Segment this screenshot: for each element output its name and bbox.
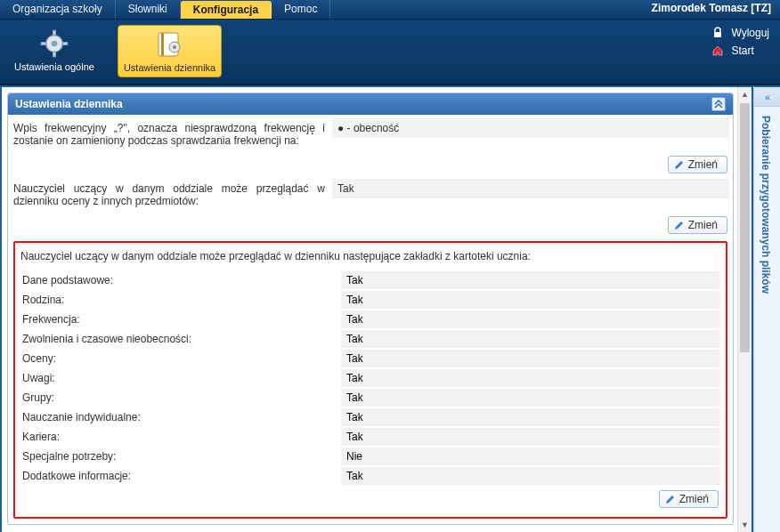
content-area: Ustawienia dziennika Wpis frekwencyjny „… (0, 85, 753, 532)
setting-value: Tak (341, 408, 720, 426)
pencil-icon (665, 494, 676, 504)
chevron-up-double-icon (714, 100, 723, 109)
setting-row-frekwencja: Frekwencja:Tak (20, 310, 720, 328)
setting-label: Nauczyciel uczący w danym oddziale może … (12, 179, 332, 211)
setting-label: Wpis frekwencyjny „?", oznacza niesprawd… (12, 118, 332, 150)
setting-value: Tak (341, 330, 720, 348)
svg-rect-2 (53, 30, 56, 35)
tab-slowniki[interactable]: Słowniki (116, 0, 181, 19)
user-name-label: Zimorodek Tomasz [TZ] (652, 2, 771, 14)
setting-value: ● - obecność (332, 118, 729, 138)
setting-value: Tak (341, 467, 720, 485)
logout-link[interactable]: Wyloguj (711, 27, 769, 39)
ribbon-btn-label: Ustawienia ogólne (14, 61, 94, 72)
setting-value: Tak (332, 179, 729, 198)
scroll-up-arrow[interactable]: ▲ (738, 87, 752, 101)
section-kartoteka-ucznia: Nauczyciel uczący w danym oddziale może … (13, 241, 727, 519)
change-button[interactable]: Zmień (668, 156, 727, 173)
setting-row-grupy: Grupy:Tak (20, 389, 720, 407)
setting-row-uwagi: Uwagi:Tak (20, 369, 720, 387)
home-icon (711, 44, 724, 57)
svg-rect-3 (53, 52, 56, 56)
setting-row-specjalne-potrzeby: Specjalne potrzeby:Nie (20, 447, 720, 465)
setting-label: Kariera: (20, 429, 341, 445)
content-scroll[interactable]: Ustawienia dziennika Wpis frekwencyjny „… (5, 91, 735, 532)
ribbon: Ustawienia ogólne Ustawienia dziennika W… (0, 20, 780, 85)
logout-label: Wyloguj (731, 27, 769, 39)
setting-row-frekwencja-wpis: Wpis frekwencyjny „?", oznacza niesprawd… (12, 118, 729, 150)
ribbon-btn-ustawienia-ogolne[interactable]: Ustawienia ogólne (9, 25, 100, 76)
setting-row-dodatkowe-informacje: Dodatkowe informacje:Tak (20, 467, 720, 485)
top-menu: Organizacja szkoły Słowniki Konfiguracja… (0, 0, 330, 19)
setting-value: Tak (341, 369, 720, 387)
sidebar-toggle[interactable]: « (754, 87, 780, 107)
change-button[interactable]: Zmień (659, 490, 719, 508)
tab-pomoc[interactable]: Pomoc (272, 0, 330, 19)
tab-konfiguracja[interactable]: Konfiguracja (181, 1, 272, 19)
setting-label: Nauczanie indywidualne: (20, 409, 341, 425)
button-row: Zmień (20, 487, 720, 513)
svg-point-9 (173, 45, 176, 49)
pencil-icon (674, 220, 685, 230)
button-row: Zmień (12, 152, 729, 179)
setting-label: Zwolnienia i czasowe nieobecności: (20, 331, 341, 347)
setting-row-nauczanie-indywidualne: Nauczanie indywidualne:Tak (20, 408, 720, 426)
scroll-down-arrow[interactable]: ▼ (738, 518, 752, 532)
collapse-button[interactable] (711, 97, 726, 111)
setting-label: Dodatkowe informacje: (20, 468, 341, 484)
change-button-label: Zmień (688, 158, 718, 171)
setting-value: Tak (341, 310, 720, 328)
button-row: Zmień (12, 213, 729, 239)
change-button[interactable]: Zmień (668, 216, 727, 234)
start-label: Start (731, 44, 753, 57)
setting-row-dane-podstawowe: Dane podstawowe:Tak (20, 271, 720, 289)
ribbon-links: Wyloguj Start (711, 27, 769, 57)
setting-value: Tak (341, 350, 720, 367)
setting-row-rodzina: Rodzina:Tak (20, 291, 720, 309)
setting-value: Tak (341, 271, 720, 289)
setting-label: Dane podstawowe: (20, 272, 341, 288)
setting-value: Nie (341, 447, 720, 465)
panel-body: Wpis frekwencyjny „?", oznacza niesprawd… (8, 115, 733, 524)
setting-value: Tak (341, 291, 720, 309)
tab-organizacja-szkoly[interactable]: Organizacja szkoły (0, 0, 116, 19)
lock-icon (711, 27, 724, 39)
pencil-icon (674, 159, 685, 170)
sidebar-right: « Pobieranie przygotowanych plików (753, 85, 780, 532)
ribbon-btn-label: Ustawienia dziennika (124, 62, 215, 73)
book-gear-icon (155, 29, 185, 60)
section-title: Nauczyciel uczący w danym oddziale może … (20, 250, 720, 262)
setting-label: Frekwencja: (20, 311, 341, 327)
setting-row-oceny: Oceny:Tak (20, 350, 720, 367)
setting-label: Grupy: (20, 390, 341, 406)
vertical-scrollbar[interactable]: ▲ ▼ (737, 87, 752, 532)
panel-ustawienia-dziennika: Ustawienia dziennika Wpis frekwencyjny „… (7, 93, 734, 525)
panel-header: Ustawienia dziennika (8, 93, 733, 115)
setting-row-kariera: Kariera:Tak (20, 428, 720, 446)
start-link[interactable]: Start (711, 44, 769, 57)
setting-label: Uwagi: (20, 370, 341, 386)
setting-row-oceny-inne: Nauczyciel uczący w danym oddziale może … (12, 179, 729, 211)
svg-rect-10 (714, 32, 721, 37)
scroll-thumb[interactable] (740, 103, 750, 352)
svg-rect-5 (62, 43, 67, 45)
change-button-label: Zmień (679, 493, 709, 505)
svg-point-1 (52, 41, 58, 47)
setting-value: Tak (341, 428, 720, 446)
setting-label: Specjalne potrzeby: (20, 448, 341, 464)
setting-label: Oceny: (20, 351, 341, 367)
gear-icon (39, 28, 69, 59)
sidebar-label[interactable]: Pobieranie przygotowanych plików (754, 107, 777, 302)
panel-title: Ustawienia dziennika (15, 98, 123, 110)
svg-rect-4 (41, 43, 45, 45)
change-button-label: Zmień (688, 219, 718, 231)
setting-row-zwolnienia: Zwolnienia i czasowe nieobecności:Tak (20, 330, 720, 348)
ribbon-group-2: Ustawienia dziennika (109, 20, 231, 84)
top-menu-bar: Organizacja szkoły Słowniki Konfiguracja… (0, 0, 780, 20)
setting-label: Rodzina: (20, 292, 341, 308)
ribbon-group: Ustawienia ogólne (0, 20, 109, 84)
ribbon-btn-ustawienia-dziennika[interactable]: Ustawienia dziennika (118, 25, 222, 77)
svg-rect-7 (161, 33, 164, 56)
setting-value: Tak (341, 389, 720, 407)
